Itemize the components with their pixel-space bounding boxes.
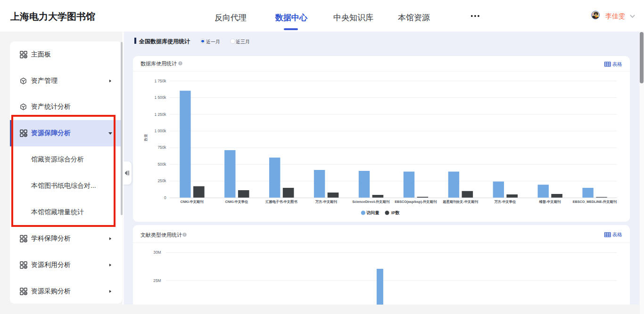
svg-text:30M: 30M [153, 250, 161, 255]
svg-text:CNKI-中文学位: CNKI-中文学位 [225, 200, 249, 204]
svg-text:250k: 250k [158, 178, 167, 183]
svg-text:ScienceDirect-外文期刊: ScienceDirect-外文期刊 [352, 200, 389, 204]
svg-text:!: ! [180, 62, 181, 65]
svg-text:访问量: 访问量 [366, 210, 380, 215]
svg-text:万方-中文学位: 万方-中文学位 [494, 200, 516, 204]
svg-text:!: ! [184, 233, 185, 236]
svg-text:500k: 500k [158, 162, 167, 167]
svg-text:数据库使用统计: 数据库使用统计 [140, 61, 177, 66]
svg-text:EBSCO_MEDLINE-外文期刊: EBSCO_MEDLINE-外文期刊 [573, 200, 617, 204]
svg-text:维普-中文期刊: 维普-中文期刊 [539, 200, 561, 204]
svg-text:表格: 表格 [612, 61, 623, 67]
svg-text:1 500k: 1 500k [155, 95, 167, 100]
svg-text:汇雅电子书-中文图书: 汇雅电子书-中文图书 [265, 200, 297, 204]
svg-text:万方-中文期刊: 万方-中文期刊 [315, 200, 337, 204]
svg-text:750k: 750k [158, 145, 167, 150]
svg-text:超星期刊全文-中文期刊: 超星期刊全文-中文期刊 [442, 200, 478, 204]
svg-text:CNKI-中文期刊: CNKI-中文期刊 [181, 200, 204, 204]
svg-text:IP数: IP数 [391, 210, 400, 215]
svg-text:25M: 25M [153, 278, 161, 283]
svg-text:文献类型使用统计: 文献类型使用统计 [140, 232, 182, 238]
svg-text:数量: 数量 [144, 134, 148, 141]
svg-text:1 750k: 1 750k [155, 79, 167, 83]
svg-text:0: 0 [164, 195, 166, 200]
svg-text:EBSCO(asp/bsp)-外文期刊: EBSCO(asp/bsp)-外文期刊 [395, 200, 437, 204]
svg-text:1 000k: 1 000k [155, 129, 167, 133]
svg-text:1 250k: 1 250k [155, 112, 167, 117]
svg-text:表格: 表格 [612, 232, 623, 237]
